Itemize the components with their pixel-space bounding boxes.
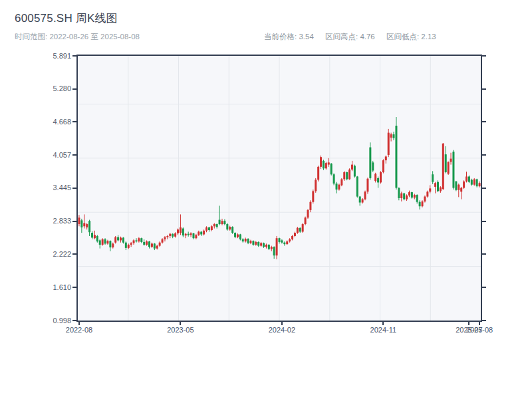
candle-body-down bbox=[91, 233, 93, 237]
candle-body-down bbox=[192, 233, 194, 238]
candle-body-up bbox=[276, 238, 278, 255]
candle-body-down bbox=[403, 194, 405, 200]
candle-body-down bbox=[437, 182, 439, 192]
kline-figure: { "header": { "title": "600575.SH 周K线图",… bbox=[0, 0, 532, 399]
candle-body-up bbox=[307, 210, 309, 217]
candle-body-up bbox=[442, 144, 444, 189]
candle-body-up bbox=[159, 243, 161, 246]
candle-body-down bbox=[239, 235, 241, 239]
candle-body-down bbox=[223, 221, 225, 224]
candlestick-plot-area bbox=[76, 55, 482, 322]
candle-body-up bbox=[473, 180, 475, 185]
candle-body-up bbox=[213, 224, 215, 226]
candle-body-down bbox=[226, 224, 228, 229]
candle-body-down bbox=[356, 176, 358, 196]
candle-body-down bbox=[252, 241, 254, 245]
candle-body-down bbox=[135, 240, 137, 241]
candle-body-up bbox=[297, 228, 299, 233]
candle-body-down bbox=[234, 233, 236, 237]
candle-body-up bbox=[463, 182, 465, 188]
candle-body-down bbox=[109, 241, 111, 247]
candle-body-down bbox=[281, 240, 283, 242]
candle-body-down bbox=[148, 241, 150, 247]
candle-body-up bbox=[374, 174, 376, 181]
candle-body-up bbox=[320, 157, 322, 167]
candle-body-up bbox=[190, 233, 192, 235]
y-tick-label: 4.668 bbox=[53, 118, 71, 126]
candle-body-down bbox=[279, 238, 281, 242]
candle-body-up bbox=[162, 239, 164, 243]
candle-body-up bbox=[164, 237, 166, 239]
x-tick bbox=[468, 322, 469, 325]
candle-body-up bbox=[338, 185, 340, 190]
candle-body-up bbox=[195, 235, 197, 238]
candle-body-down bbox=[476, 180, 478, 187]
candle-body-up bbox=[351, 165, 353, 170]
candle-body-up bbox=[180, 227, 182, 233]
candle-body-up bbox=[380, 172, 382, 182]
candle-body-down bbox=[398, 188, 400, 198]
candle-body-up bbox=[94, 235, 96, 238]
candle-body-up bbox=[151, 243, 153, 247]
candle-body-down bbox=[333, 174, 335, 184]
date-range-subtitle: 时间范围: 2022-08-26 至 2025-08-08 bbox=[15, 32, 140, 42]
candle-body-down bbox=[188, 234, 190, 235]
candle-body-down bbox=[263, 243, 265, 247]
y-tick-left bbox=[72, 287, 76, 288]
candle-body-down bbox=[419, 202, 421, 207]
candle-body-up bbox=[229, 227, 231, 229]
y-tick-label: 4.057 bbox=[53, 151, 71, 160]
candle-body-up bbox=[112, 243, 114, 247]
candle-body-up bbox=[205, 227, 207, 231]
candle-body-down bbox=[172, 234, 174, 237]
candle-body-up bbox=[78, 217, 80, 224]
candle-body-up bbox=[434, 183, 436, 187]
y-tick-left bbox=[72, 221, 76, 222]
candle-body-down bbox=[331, 164, 332, 174]
candle-body-down bbox=[354, 166, 356, 176]
y-tick-right bbox=[482, 55, 486, 57]
candle-body-up bbox=[406, 196, 408, 200]
y-tick-right bbox=[482, 253, 486, 255]
candle-body-up bbox=[102, 239, 104, 245]
candle-body-up bbox=[408, 192, 410, 196]
y-axis-labels: 5.8915.2804.6684.0573.4452.8332.2221.610… bbox=[27, 55, 71, 322]
candle-body-down bbox=[182, 229, 184, 236]
candle-body-up bbox=[429, 188, 431, 192]
candle-body-down bbox=[416, 195, 418, 202]
y-tick-left bbox=[72, 55, 76, 57]
candle-body-down bbox=[372, 162, 374, 170]
candle-body-down bbox=[455, 182, 457, 190]
candle-body-up bbox=[309, 202, 311, 210]
y-tick-label: 0.998 bbox=[53, 317, 71, 325]
candle-body-up bbox=[343, 172, 345, 180]
candle-body-down bbox=[369, 148, 371, 178]
candle-body-down bbox=[432, 174, 434, 182]
candle-body-up bbox=[221, 221, 223, 224]
candle-body-up bbox=[249, 241, 251, 243]
candle-body-down bbox=[268, 245, 270, 249]
x-tick bbox=[479, 322, 480, 325]
candle-body-up bbox=[211, 226, 213, 230]
x-tick-label: 2025-08 bbox=[466, 326, 493, 334]
y-tick-right bbox=[482, 287, 486, 288]
y-tick-label: 2.222 bbox=[53, 250, 71, 259]
candle-body-up bbox=[362, 200, 364, 203]
candle-body-down bbox=[216, 224, 218, 227]
candle-body-up bbox=[286, 241, 288, 244]
x-tick bbox=[281, 322, 283, 325]
candle-body-up bbox=[328, 162, 330, 164]
candle-body-up bbox=[400, 194, 402, 198]
candle-body-down bbox=[468, 176, 470, 182]
candle-body-down bbox=[208, 227, 210, 230]
candle-body-up bbox=[260, 243, 262, 246]
y-tick-right bbox=[482, 88, 486, 90]
y-tick-right bbox=[482, 154, 486, 156]
candle-body-up bbox=[128, 245, 130, 248]
candle-body-up bbox=[86, 224, 88, 227]
candle-body-up bbox=[265, 245, 267, 247]
price-stats: 当前价格: 3.54 区间高点: 4.76 区间低点: 2.13 bbox=[264, 32, 446, 42]
x-axis-labels: 2022-082023-052024-022024-112025-072025-… bbox=[0, 326, 532, 336]
y-tick-label: 3.445 bbox=[53, 184, 71, 192]
candle-body-up bbox=[312, 191, 314, 201]
